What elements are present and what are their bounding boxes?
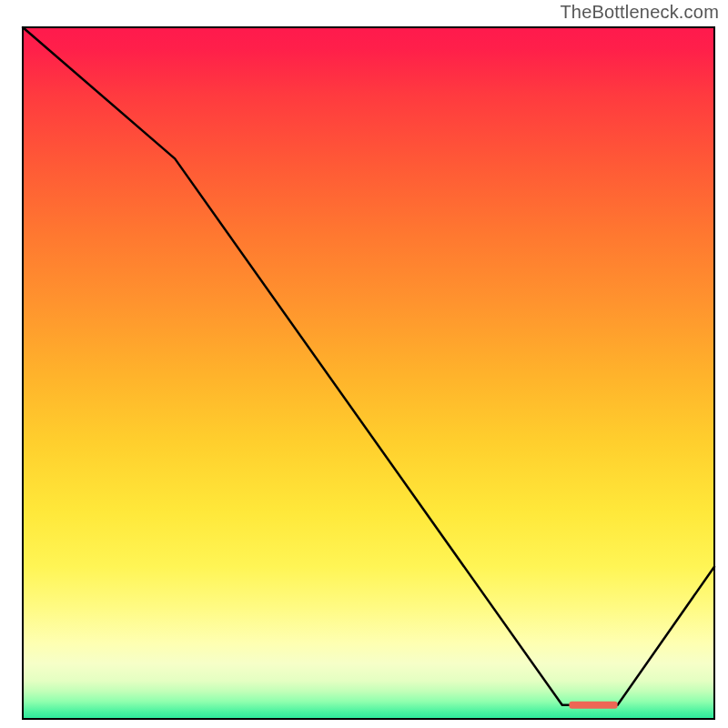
chart-svg xyxy=(0,0,728,728)
optimal-region-marker xyxy=(569,702,617,709)
attribution-label: TheBottleneck.com xyxy=(560,2,719,23)
plot-area xyxy=(23,27,714,719)
chart-root: { "attribution": "TheBottleneck.com", "g… xyxy=(0,0,728,728)
